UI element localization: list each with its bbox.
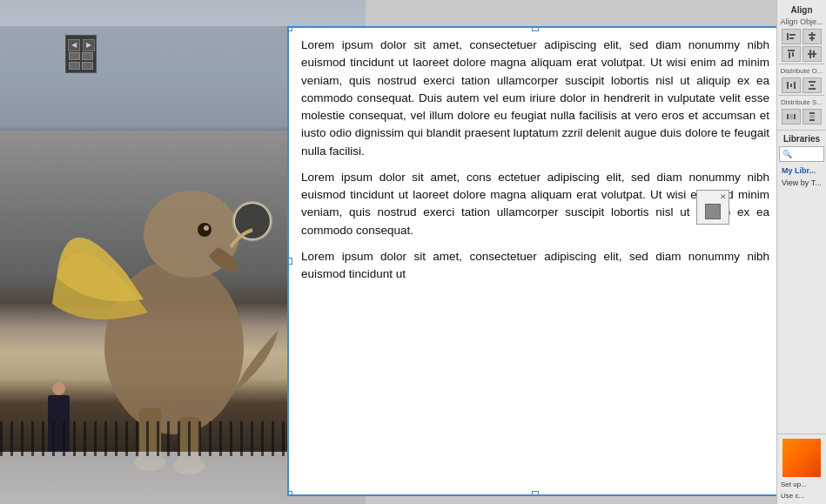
align-objects-label: Align Obje...	[779, 17, 824, 27]
svg-rect-27	[810, 84, 814, 86]
svg-rect-31	[809, 112, 815, 114]
svg-rect-16	[788, 50, 795, 51]
handle-top-left[interactable]	[287, 26, 292, 31]
align-buttons-row-2	[779, 46, 824, 62]
mini-popup-icon	[705, 204, 721, 219]
svg-rect-18	[792, 52, 794, 57]
svg-rect-11	[789, 34, 796, 36]
svg-rect-21	[813, 50, 815, 57]
transform-widget-top-row: ◀ ▶	[68, 39, 95, 51]
svg-rect-22	[787, 82, 789, 89]
orange-preview	[782, 439, 821, 477]
svg-rect-19	[808, 53, 816, 55]
search-bar[interactable]: 🔍	[779, 146, 824, 162]
distribute-space-h-btn[interactable]	[782, 109, 801, 124]
use-cc-text: Use c...	[779, 490, 824, 501]
libraries-section: Libraries 🔍 My Libr... View by T...	[777, 131, 826, 433]
svg-rect-30	[789, 114, 793, 119]
align-buttons-row-1	[779, 29, 824, 44]
transform-btn-left[interactable]: ◀	[68, 39, 80, 51]
transform-cell-4	[82, 62, 93, 70]
text-paragraph-1: Lorem ipsum dolor sit amet, consectetuer…	[301, 37, 769, 160]
libraries-title: Libraries	[779, 134, 824, 144]
distribute-space-row	[779, 109, 824, 124]
svg-rect-23	[794, 82, 796, 89]
svg-rect-13	[811, 32, 813, 41]
transform-widget[interactable]: ◀ ▶	[65, 35, 97, 73]
svg-point-9	[235, 204, 270, 239]
distribute-h-btn[interactable]	[782, 77, 801, 93]
text-paragraph-3: Lorem ipsum dolor sit amet, consectetuer…	[301, 248, 769, 284]
divider-1	[779, 64, 824, 64]
mini-popup[interactable]: ✕	[696, 190, 729, 225]
svg-rect-29	[794, 114, 796, 119]
transform-grid	[69, 52, 93, 70]
divider-2	[779, 95, 824, 96]
svg-rect-24	[790, 84, 792, 87]
svg-rect-33	[809, 115, 815, 118]
svg-rect-17	[789, 52, 790, 58]
svg-rect-32	[809, 119, 815, 121]
text-frame-content: Lorem ipsum dolor sit amet, consectetuer…	[301, 37, 769, 283]
align-title: Align	[779, 3, 824, 17]
handle-bot-left[interactable]	[287, 491, 292, 496]
align-left-btn[interactable]	[782, 29, 801, 44]
search-icon: 🔍	[782, 150, 792, 158]
svg-rect-15	[809, 37, 815, 39]
transform-cell-2	[82, 52, 93, 60]
align-middle-btn[interactable]	[802, 46, 822, 62]
text-frame[interactable]: Lorem ipsum dolor sit amet, consectetuer…	[287, 26, 776, 496]
svg-rect-25	[809, 81, 816, 83]
distribute-2-label: Distribute S...	[779, 97, 824, 107]
align-section: Align Align Obje... Distribute O...	[777, 0, 826, 131]
distribute-buttons-row-1	[779, 77, 824, 93]
transform-cell-3	[69, 62, 80, 70]
setup-text: Set up...	[779, 479, 824, 490]
svg-rect-26	[809, 88, 816, 90]
svg-rect-14	[809, 34, 816, 36]
bottom-library-section: Set up... Use c...	[777, 433, 826, 504]
person-1-head	[52, 382, 65, 395]
handle-mid-left[interactable]	[287, 258, 292, 265]
distribute-1-label: Distribute O...	[779, 66, 824, 76]
transform-btn-right[interactable]: ▶	[83, 39, 95, 51]
svg-rect-10	[787, 33, 789, 40]
align-center-btn[interactable]	[802, 29, 822, 44]
my-library-item[interactable]: My Libr...	[779, 165, 824, 177]
svg-rect-12	[789, 37, 794, 39]
mini-popup-close[interactable]: ✕	[720, 192, 727, 201]
view-by-item[interactable]: View by T...	[779, 177, 824, 189]
svg-rect-28	[787, 114, 789, 119]
handle-bot-mid[interactable]	[532, 491, 539, 496]
svg-rect-20	[809, 50, 811, 58]
handle-top-mid[interactable]	[532, 26, 539, 31]
transform-cell-1	[69, 52, 80, 60]
svg-point-3	[204, 225, 209, 231]
distribute-space-v-btn[interactable]	[802, 109, 822, 124]
griffin-statue	[44, 86, 305, 478]
align-top-btn[interactable]	[782, 46, 801, 62]
canvas-area: ◀ ▶ Lorem ipsum dolor sit amet, consecte…	[0, 0, 776, 504]
right-panel: Align Align Obje... Distribute O...	[776, 0, 826, 504]
distribute-v-btn[interactable]	[802, 77, 822, 93]
